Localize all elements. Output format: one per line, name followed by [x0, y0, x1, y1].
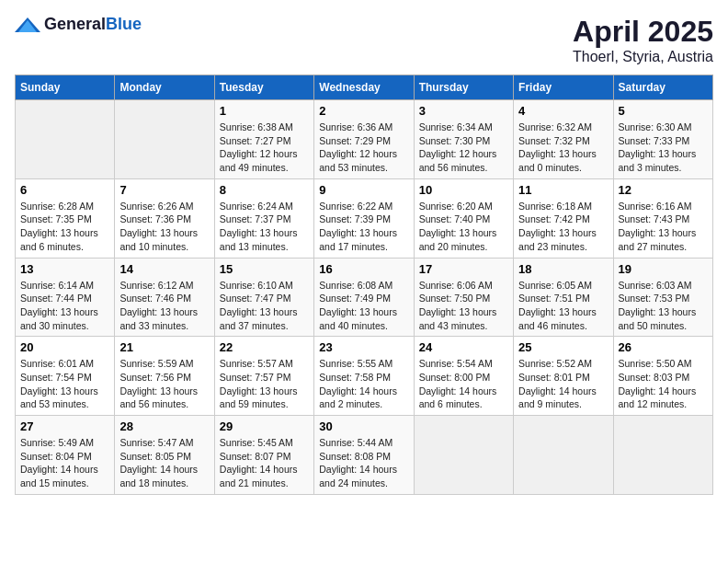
- calendar-week-row: 13Sunrise: 6:14 AM Sunset: 7:44 PM Dayli…: [16, 258, 713, 337]
- calendar-cell: [514, 416, 613, 495]
- weekday-header-sunday: Sunday: [16, 75, 115, 100]
- day-info: Sunrise: 6:12 AM Sunset: 7:46 PM Dayligh…: [119, 279, 209, 333]
- day-info: Sunrise: 6:20 AM Sunset: 7:40 PM Dayligh…: [419, 200, 508, 254]
- day-info: Sunrise: 6:26 AM Sunset: 7:36 PM Dayligh…: [119, 200, 209, 254]
- day-info: Sunrise: 5:57 AM Sunset: 7:57 PM Dayligh…: [220, 357, 309, 411]
- day-info: Sunrise: 6:14 AM Sunset: 7:44 PM Dayligh…: [20, 279, 109, 333]
- day-number: 18: [518, 262, 608, 276]
- day-info: Sunrise: 6:10 AM Sunset: 7:47 PM Dayligh…: [220, 279, 309, 333]
- calendar-week-row: 20Sunrise: 6:01 AM Sunset: 7:54 PM Dayli…: [16, 337, 713, 416]
- weekday-header-wednesday: Wednesday: [314, 75, 414, 100]
- calendar-cell: 14Sunrise: 6:12 AM Sunset: 7:46 PM Dayli…: [115, 258, 214, 337]
- calendar-cell: 22Sunrise: 5:57 AM Sunset: 7:57 PM Dayli…: [214, 337, 313, 416]
- day-info: Sunrise: 5:59 AM Sunset: 7:56 PM Dayligh…: [119, 357, 209, 411]
- day-number: 9: [319, 183, 408, 197]
- day-number: 20: [20, 340, 109, 354]
- calendar-week-row: 6Sunrise: 6:28 AM Sunset: 7:35 PM Daylig…: [16, 178, 713, 258]
- day-info: Sunrise: 5:50 AM Sunset: 8:03 PM Dayligh…: [619, 357, 708, 411]
- day-info: Sunrise: 6:36 AM Sunset: 7:29 PM Dayligh…: [319, 121, 408, 175]
- calendar-body: 1Sunrise: 6:38 AM Sunset: 7:27 PM Daylig…: [16, 100, 713, 495]
- month-title: April 2025: [573, 15, 713, 49]
- logo-blue-text: Blue: [106, 15, 142, 33]
- day-number: 11: [518, 183, 608, 197]
- day-info: Sunrise: 6:16 AM Sunset: 7:43 PM Dayligh…: [619, 200, 708, 254]
- day-number: 4: [518, 104, 608, 118]
- calendar-cell: 10Sunrise: 6:20 AM Sunset: 7:40 PM Dayli…: [414, 178, 513, 258]
- calendar-cell: [414, 416, 513, 495]
- calendar-cell: 27Sunrise: 5:49 AM Sunset: 8:04 PM Dayli…: [16, 416, 115, 495]
- day-info: Sunrise: 6:38 AM Sunset: 7:27 PM Dayligh…: [220, 121, 309, 175]
- calendar-cell: 7Sunrise: 6:26 AM Sunset: 7:36 PM Daylig…: [115, 178, 214, 258]
- calendar-cell: [16, 100, 115, 179]
- day-number: 27: [20, 419, 109, 433]
- day-info: Sunrise: 6:18 AM Sunset: 7:42 PM Dayligh…: [518, 200, 608, 254]
- calendar-cell: 28Sunrise: 5:47 AM Sunset: 8:05 PM Dayli…: [115, 416, 214, 495]
- day-info: Sunrise: 6:28 AM Sunset: 7:35 PM Dayligh…: [20, 200, 109, 254]
- calendar-cell: [115, 100, 214, 179]
- day-number: 2: [319, 104, 408, 118]
- calendar-cell: 21Sunrise: 5:59 AM Sunset: 7:56 PM Dayli…: [115, 337, 214, 416]
- day-number: 15: [220, 262, 309, 276]
- calendar-cell: [613, 416, 712, 495]
- calendar-cell: 18Sunrise: 6:05 AM Sunset: 7:51 PM Dayli…: [514, 258, 613, 337]
- day-number: 16: [319, 262, 408, 276]
- title-area: April 2025 Thoerl, Styria, Austria: [573, 15, 713, 65]
- calendar-cell: 16Sunrise: 6:08 AM Sunset: 7:49 PM Dayli…: [314, 258, 414, 337]
- day-number: 10: [419, 183, 508, 197]
- day-number: 23: [319, 340, 408, 354]
- day-number: 30: [319, 419, 408, 433]
- day-info: Sunrise: 6:05 AM Sunset: 7:51 PM Dayligh…: [518, 279, 608, 333]
- logo: GeneralBlue: [15, 15, 142, 34]
- calendar-cell: 29Sunrise: 5:45 AM Sunset: 8:07 PM Dayli…: [214, 416, 313, 495]
- weekday-header-saturday: Saturday: [613, 75, 712, 100]
- day-number: 14: [119, 262, 209, 276]
- calendar-week-row: 27Sunrise: 5:49 AM Sunset: 8:04 PM Dayli…: [16, 416, 713, 495]
- calendar-cell: 6Sunrise: 6:28 AM Sunset: 7:35 PM Daylig…: [16, 178, 115, 258]
- calendar-cell: 25Sunrise: 5:52 AM Sunset: 8:01 PM Dayli…: [514, 337, 613, 416]
- day-info: Sunrise: 6:06 AM Sunset: 7:50 PM Dayligh…: [419, 279, 508, 333]
- day-number: 28: [119, 419, 209, 433]
- calendar-cell: 12Sunrise: 6:16 AM Sunset: 7:43 PM Dayli…: [613, 178, 712, 258]
- weekday-header-friday: Friday: [514, 75, 613, 100]
- day-info: Sunrise: 6:32 AM Sunset: 7:32 PM Dayligh…: [518, 121, 608, 175]
- weekday-header-monday: Monday: [115, 75, 214, 100]
- logo-general-text: General: [44, 15, 106, 33]
- day-number: 17: [419, 262, 508, 276]
- calendar-cell: 20Sunrise: 6:01 AM Sunset: 7:54 PM Dayli…: [16, 337, 115, 416]
- calendar-cell: 23Sunrise: 5:55 AM Sunset: 7:58 PM Dayli…: [314, 337, 414, 416]
- day-info: Sunrise: 5:44 AM Sunset: 8:08 PM Dayligh…: [319, 436, 408, 490]
- calendar-cell: 17Sunrise: 6:06 AM Sunset: 7:50 PM Dayli…: [414, 258, 513, 337]
- day-info: Sunrise: 6:08 AM Sunset: 7:49 PM Dayligh…: [319, 279, 408, 333]
- day-info: Sunrise: 5:47 AM Sunset: 8:05 PM Dayligh…: [119, 436, 209, 490]
- day-number: 6: [20, 183, 109, 197]
- calendar-cell: 1Sunrise: 6:38 AM Sunset: 7:27 PM Daylig…: [214, 100, 313, 179]
- calendar-cell: 8Sunrise: 6:24 AM Sunset: 7:37 PM Daylig…: [214, 178, 313, 258]
- calendar-cell: 2Sunrise: 6:36 AM Sunset: 7:29 PM Daylig…: [314, 100, 414, 179]
- day-number: 19: [619, 262, 708, 276]
- day-number: 29: [220, 419, 309, 433]
- day-info: Sunrise: 6:34 AM Sunset: 7:30 PM Dayligh…: [419, 121, 508, 175]
- calendar-cell: 3Sunrise: 6:34 AM Sunset: 7:30 PM Daylig…: [414, 100, 513, 179]
- day-info: Sunrise: 6:03 AM Sunset: 7:53 PM Dayligh…: [619, 279, 708, 333]
- calendar-cell: 26Sunrise: 5:50 AM Sunset: 8:03 PM Dayli…: [613, 337, 712, 416]
- calendar-cell: 11Sunrise: 6:18 AM Sunset: 7:42 PM Dayli…: [514, 178, 613, 258]
- day-number: 8: [220, 183, 309, 197]
- page-header: GeneralBlue April 2025 Thoerl, Styria, A…: [15, 15, 713, 65]
- day-info: Sunrise: 6:22 AM Sunset: 7:39 PM Dayligh…: [319, 200, 408, 254]
- day-number: 21: [119, 340, 209, 354]
- day-number: 3: [419, 104, 508, 118]
- day-info: Sunrise: 5:49 AM Sunset: 8:04 PM Dayligh…: [20, 436, 109, 490]
- calendar-cell: 4Sunrise: 6:32 AM Sunset: 7:32 PM Daylig…: [514, 100, 613, 179]
- day-number: 13: [20, 262, 109, 276]
- calendar-cell: 9Sunrise: 6:22 AM Sunset: 7:39 PM Daylig…: [314, 178, 414, 258]
- location-title: Thoerl, Styria, Austria: [573, 49, 713, 65]
- day-info: Sunrise: 5:55 AM Sunset: 7:58 PM Dayligh…: [319, 357, 408, 411]
- day-info: Sunrise: 6:24 AM Sunset: 7:37 PM Dayligh…: [220, 200, 309, 254]
- calendar-cell: 5Sunrise: 6:30 AM Sunset: 7:33 PM Daylig…: [613, 100, 712, 179]
- day-info: Sunrise: 6:30 AM Sunset: 7:33 PM Dayligh…: [619, 121, 708, 175]
- day-number: 25: [518, 340, 608, 354]
- calendar-cell: 13Sunrise: 6:14 AM Sunset: 7:44 PM Dayli…: [16, 258, 115, 337]
- calendar-table: SundayMondayTuesdayWednesdayThursdayFrid…: [15, 75, 713, 495]
- day-info: Sunrise: 5:54 AM Sunset: 8:00 PM Dayligh…: [419, 357, 508, 411]
- day-number: 22: [220, 340, 309, 354]
